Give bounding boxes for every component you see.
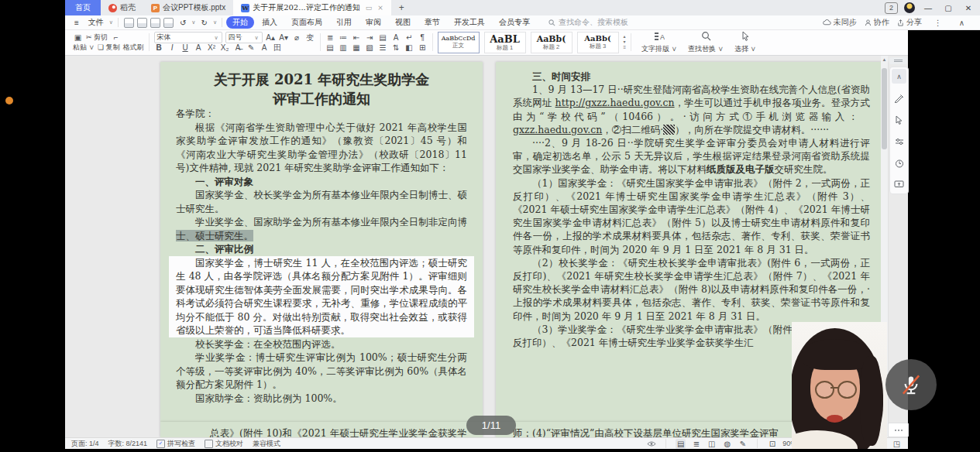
link-text[interactable]: gxzz.haedu.gov.cn	[513, 124, 602, 135]
pin-icon[interactable]: ▭	[366, 4, 373, 12]
ribbon-tab-视图[interactable]: 视图	[389, 16, 417, 29]
char-scale-icon[interactable]: A	[391, 33, 401, 43]
decrease-font-icon[interactable]: A▾	[279, 33, 289, 43]
line-spacing-icon[interactable]: ⇅	[391, 43, 401, 53]
style-正文[interactable]: AaBbCcDd正文	[438, 32, 480, 53]
more-tools-button[interactable]	[888, 423, 909, 437]
border-icon[interactable]: ⊞	[418, 43, 428, 53]
text-effects-icon[interactable]: 变	[305, 33, 315, 43]
collaborate-button[interactable]: 协作	[865, 17, 889, 28]
maximize-button[interactable]: ▢	[941, 2, 955, 14]
ribbon-tab-页面布局[interactable]: 页面布局	[285, 16, 328, 29]
text-direction-icon[interactable]: ▤	[378, 33, 388, 43]
align-left-icon[interactable]: ▤	[325, 43, 335, 53]
chevron-down-icon[interactable]: ∨	[213, 19, 217, 26]
distribute-icon[interactable]: ☰	[378, 43, 388, 53]
style-标题 2[interactable]: AaBb(标题 2	[531, 32, 573, 53]
ink-view-icon[interactable]: ✎	[738, 439, 748, 449]
annotate-pen-icon[interactable]	[892, 91, 906, 105]
italic-icon[interactable]: I	[167, 43, 177, 53]
account-badge[interactable]: 2	[885, 2, 898, 14]
increase-font-icon[interactable]: A▴	[266, 33, 276, 43]
decrease-indent-icon[interactable]: ⇤	[352, 33, 362, 43]
clipboard-icon[interactable]: ▣	[73, 33, 83, 43]
export-button[interactable]	[137, 18, 147, 28]
collapse-chevron-icon[interactable]: ∧	[892, 69, 906, 84]
ribbon-tab-会员专享[interactable]: 会员专享	[493, 16, 536, 29]
book-view-icon[interactable]: ◫	[707, 439, 717, 449]
align-center-icon[interactable]: ▥	[339, 43, 349, 53]
link-text[interactable]: http://gxzz.haedu.gov.cn	[555, 97, 675, 108]
close-button[interactable]: ✕	[961, 2, 975, 14]
pointer-icon[interactable]	[892, 112, 906, 127]
tool-文字排版[interactable]: A文字排版 ∨	[636, 32, 683, 53]
command-search[interactable]: 查找命令、搜索模板	[548, 17, 628, 28]
number-list-icon[interactable]: ≔	[339, 33, 349, 43]
status-拼写检查[interactable]: ✓拼写检查	[156, 439, 195, 449]
scroll-styles-up-icon[interactable]: ▴	[624, 34, 627, 39]
paragraph-mark-icon[interactable]: ¶	[418, 33, 428, 43]
file-tab-docer[interactable]: 稻壳	[101, 0, 143, 15]
minimize-button[interactable]: —	[921, 2, 935, 14]
bullet-list-icon[interactable]: ≣	[325, 33, 335, 43]
page-view-icon[interactable]: ▤	[676, 439, 686, 449]
font-color-icon[interactable]: A	[194, 43, 204, 53]
more-styles-icon[interactable]: ≡	[624, 45, 627, 50]
char-color-icon[interactable]: A	[260, 43, 270, 53]
settings-sliders-icon[interactable]	[892, 134, 906, 149]
eye-protection-icon[interactable]	[647, 440, 656, 447]
ribbon-tab-章节[interactable]: 章节	[418, 16, 446, 29]
subscript-icon[interactable]: X₂	[220, 43, 230, 53]
scrollbar-thumb[interactable]	[882, 68, 887, 149]
collapse-ribbon-icon[interactable]: ∧	[954, 18, 969, 28]
share-screen-icon[interactable]	[892, 177, 906, 192]
document-area[interactable]: 关于开展 2021 年研究生奖助学金评审工作的通知各学院：根据《河南省学生资助管…	[65, 56, 908, 437]
font-name-select[interactable]: 宋体∨	[154, 32, 222, 43]
file-tab-doc[interactable]: W关于开展202...评定工作的通知▭×	[233, 0, 391, 15]
underline-icon[interactable]: U	[181, 43, 191, 53]
format-painter-button[interactable]: 格式刷	[123, 43, 144, 53]
copy-button[interactable]: ❏ 复制	[98, 43, 120, 53]
tool-选择[interactable]: 选择 ∨	[729, 32, 762, 53]
side-toolbar-handle[interactable]	[889, 57, 907, 64]
document-page-1[interactable]: 关于开展 2021 年研究生奖助学金评审工作的通知各学院：根据《河南省学生资助管…	[160, 62, 483, 422]
document-page-3[interactable]: 总表》(附件 10)和《2021 年硕士研究生学业奖学金获奖学生汇总表》	[160, 422, 483, 437]
style-标题 1[interactable]: AaBL标题 1	[484, 32, 526, 53]
hamburger-icon[interactable]: ≡	[70, 18, 84, 28]
avatar[interactable]	[904, 2, 915, 13]
sync-status[interactable]: 未同步	[823, 17, 857, 28]
highlight-icon[interactable]: ✎	[246, 43, 256, 53]
bold-icon[interactable]: B	[154, 43, 164, 53]
outline-view-icon[interactable]: ≣	[691, 439, 701, 449]
char-border-icon[interactable]: 田	[273, 43, 283, 53]
share-button[interactable]: 分享	[897, 17, 922, 28]
scroll-styles-down-icon[interactable]: ▾	[624, 39, 627, 45]
microphone-muted-button[interactable]	[885, 359, 937, 410]
justify-icon[interactable]: ▧	[365, 43, 375, 53]
webcam-video[interactable]	[792, 322, 887, 449]
shading-icon[interactable]: ◧	[404, 43, 414, 53]
timer-icon[interactable]	[892, 156, 906, 170]
save-button[interactable]	[124, 18, 134, 28]
style-标题 3[interactable]: AaBb(标题 3	[577, 32, 619, 53]
undo-button[interactable]: ↺	[175, 18, 191, 28]
increase-indent-icon[interactable]: ⇥	[365, 33, 375, 43]
new-tab-button[interactable]: +	[391, 0, 412, 15]
fullscreen-icon[interactable]: ◳	[892, 439, 902, 449]
web-view-icon[interactable]: ◍	[722, 439, 732, 449]
ribbon-tab-引用[interactable]: 引用	[330, 16, 358, 29]
wrap-icon[interactable]: ↵	[404, 33, 414, 43]
status-文档校对[interactable]: 文档校对	[205, 439, 243, 449]
file-tab-ppt[interactable]: P会议PPT模板.pptx	[143, 0, 233, 15]
tool-查找替换[interactable]: 查找替换 ∨	[683, 32, 729, 53]
superscript-icon[interactable]: X²	[207, 43, 217, 53]
paste-button[interactable]: 粘贴 ∨	[73, 43, 95, 53]
clear-format-icon[interactable]: ⌀	[292, 33, 302, 43]
scroll-up-icon[interactable]: ▲	[881, 57, 888, 62]
print-preview-button[interactable]	[163, 18, 174, 28]
brush-icon[interactable]: ⌐	[111, 33, 121, 43]
fit-page-icon[interactable]: ⊡	[767, 439, 777, 449]
ribbon-tab-插入[interactable]: 插入	[256, 16, 284, 29]
file-menu[interactable]: 文件	[84, 16, 108, 29]
style-scroll-arrows[interactable]: ▴▾≡	[624, 34, 627, 50]
